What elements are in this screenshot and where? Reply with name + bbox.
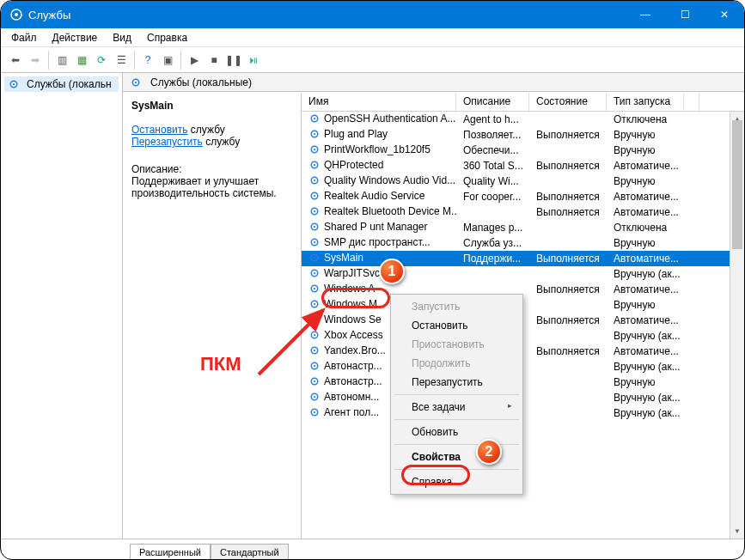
service-type: Вручную [607, 175, 684, 187]
service-type: Вручную (ак... [607, 392, 684, 404]
snapshot-button[interactable]: ▣ [158, 51, 177, 70]
service-row[interactable]: Shared P unt ManagerManages p...Отключен… [302, 220, 744, 235]
scroll-down-icon[interactable]: ▼ [730, 524, 744, 539]
menu-file[interactable]: Файл [6, 30, 42, 46]
service-desc: Quality Wi... [456, 175, 529, 187]
close-button[interactable]: ✕ [705, 1, 744, 28]
list-header: Имя Описание Состояние Тип запуска [302, 93, 744, 112]
tab-standard[interactable]: Стандартный [211, 544, 289, 560]
stop-link[interactable]: Остановить [131, 124, 188, 136]
tree-pane: Службы (локальн [1, 73, 123, 539]
start-service-button[interactable]: ▶ [185, 51, 204, 70]
forward-button[interactable]: ➡ [26, 51, 45, 70]
service-row[interactable]: Realtek Audio ServiceFor cooper...Выполн… [302, 189, 744, 204]
restart-link[interactable]: Перезапустить [131, 136, 203, 148]
gear-icon [308, 360, 321, 372]
service-row[interactable]: PrintWorkflow_1b120f5Обеспечи...Вручную [302, 143, 744, 158]
service-name: Windows Se [324, 313, 382, 326]
col-type[interactable]: Тип запуска [607, 93, 684, 111]
svg-point-39 [314, 365, 315, 367]
ctx-help[interactable]: Справка [393, 472, 521, 491]
service-state: Выполняется [529, 283, 607, 295]
service-row[interactable]: Realtek Bluetooth Device M...Выполняется… [302, 204, 744, 220]
col-state[interactable]: Состояние [529, 93, 607, 111]
service-row[interactable]: OpenSSH Authentication A...Agent to h...… [302, 112, 744, 127]
restart-service-button[interactable]: ⏯ [244, 51, 263, 70]
titlebar: Службы — ☐ ✕ [1, 1, 744, 28]
svg-point-41 [314, 380, 315, 382]
gear-icon [308, 329, 321, 341]
service-state: Выполняется [529, 314, 607, 326]
scroll-thumb[interactable] [732, 120, 742, 249]
menu-view[interactable]: Вид [107, 30, 137, 46]
minimize-button[interactable]: — [626, 1, 665, 28]
service-desc: Поддержи... [456, 253, 529, 265]
service-name: Агент пол... [324, 406, 379, 418]
service-desc: Manages p... [456, 222, 529, 234]
service-type: Вручную (ак... [607, 268, 684, 280]
service-name: Realtek Audio Service [324, 190, 424, 202]
pause-service-button[interactable]: ❚❚ [224, 51, 243, 70]
tree-node-services[interactable]: Службы (локальн [4, 76, 119, 92]
col-name[interactable]: Имя [302, 93, 456, 111]
gear-icon [308, 313, 321, 326]
service-type: Вручную (ак... [607, 361, 684, 373]
service-type: Автоматиче... [607, 345, 684, 357]
svg-point-37 [314, 350, 315, 351]
menu-action[interactable]: Действие [47, 30, 103, 46]
context-menu: Запустить Остановить Приостановить Продо… [390, 294, 523, 495]
back-button[interactable]: ⬅ [6, 51, 25, 70]
col-desc[interactable]: Описание [456, 93, 529, 111]
service-desc: Позволяет... [456, 129, 529, 141]
service-row[interactable]: WarpJITSvcВручную (ак... [302, 266, 744, 282]
vertical-scrollbar[interactable]: ▲ ▼ [730, 112, 744, 539]
export-list-button[interactable]: ▦ [72, 51, 91, 70]
ctx-pause[interactable]: Приостановить [393, 335, 521, 354]
service-name: Автонастр... [324, 360, 382, 372]
gear-icon [308, 267, 321, 279]
gear-icon [308, 391, 321, 403]
service-name: Windows A [324, 283, 375, 295]
service-name: Plug and Play [324, 128, 388, 140]
svg-point-13 [314, 164, 315, 166]
service-desc: Agent to h... [456, 113, 529, 125]
gear-icon [308, 205, 321, 217]
service-name: Shared P unt Manager [324, 221, 428, 233]
help-button[interactable]: ? [138, 51, 157, 70]
service-type: Автоматиче... [607, 283, 684, 295]
ctx-alltasks[interactable]: Все задачи [393, 398, 521, 417]
refresh-button[interactable]: ⟳ [92, 51, 111, 70]
tab-extended[interactable]: Расширенный [130, 544, 211, 560]
service-row[interactable]: Quality Windows Audio Vid...Quality Wi..… [302, 173, 744, 189]
svg-point-7 [314, 118, 315, 119]
service-row[interactable]: SysMainПоддержи...ВыполняетсяАвтоматиче.… [302, 251, 744, 266]
service-row[interactable]: Plug and PlayПозволяет...ВыполняетсяВруч… [302, 127, 744, 143]
ctx-continue[interactable]: Продолжить [393, 354, 521, 373]
tree-node-label: Службы (локальн [27, 78, 112, 90]
service-row[interactable]: QHProtected360 Total S...ВыполняетсяАвто… [302, 158, 744, 173]
window-title: Службы [28, 9, 626, 21]
svg-point-25 [314, 257, 315, 259]
ctx-refresh[interactable]: Обновить [393, 423, 521, 441]
service-type: Вручную [607, 376, 684, 388]
gear-icon [308, 344, 321, 356]
service-name: QHProtected [324, 159, 383, 171]
service-type: Автоматиче... [607, 160, 684, 172]
maximize-button[interactable]: ☐ [665, 1, 705, 28]
svg-point-15 [314, 180, 315, 181]
ctx-restart[interactable]: Перезапустить [393, 373, 521, 392]
service-state: Выполняется [529, 206, 607, 218]
svg-point-9 [314, 133, 315, 135]
stop-service-button[interactable]: ■ [205, 51, 223, 70]
svg-point-1 [15, 13, 18, 16]
svg-point-11 [314, 149, 315, 150]
gear-icon [308, 190, 321, 202]
ctx-start[interactable]: Запустить [393, 297, 521, 316]
svg-point-23 [314, 241, 315, 243]
service-row[interactable]: SMP дис пространст...Служба уз...Вручную [302, 235, 744, 251]
menu-help[interactable]: Справка [142, 30, 192, 46]
desc-heading: Описание: [131, 163, 292, 175]
ctx-stop[interactable]: Остановить [393, 316, 521, 335]
show-hide-tree-button[interactable]: ▥ [52, 51, 71, 70]
properties-button[interactable]: ☰ [112, 51, 131, 70]
